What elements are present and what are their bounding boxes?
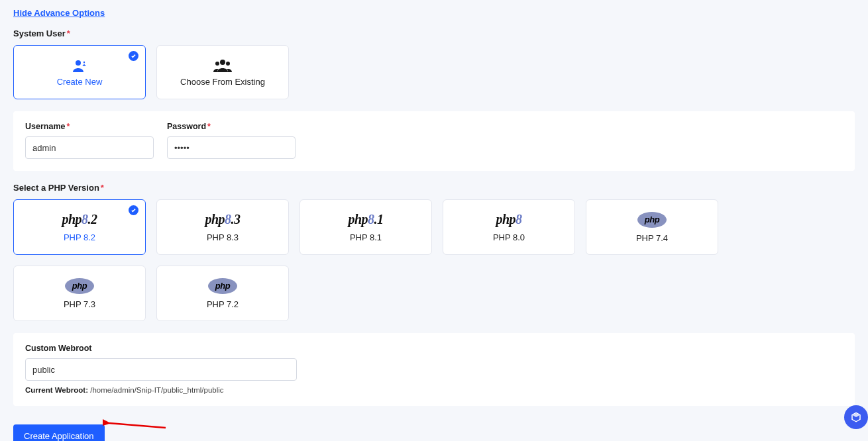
php-logo-icon: php8.2 (62, 212, 97, 227)
php-logo-icon: php (65, 278, 94, 294)
php-card-8-2[interactable]: php8.2 PHP 8.2 (13, 199, 146, 255)
create-new-card[interactable]: Create New (13, 45, 146, 99)
svg-point-4 (220, 60, 225, 65)
php-card-7-2[interactable]: php PHP 7.2 (156, 266, 289, 321)
password-input[interactable] (167, 136, 296, 159)
php-version-text: PHP 7.2 (207, 299, 239, 309)
system-user-label: System User* (13, 28, 855, 38)
php-version-text: PHP 8.0 (493, 232, 525, 242)
current-webroot-text: Current Webroot: /home/admin/Snip-IT/pub… (25, 386, 843, 394)
webroot-panel: Custom Webroot Current Webroot: /home/ad… (13, 333, 855, 406)
php-version-text: PHP 8.2 (64, 232, 95, 242)
webroot-label: Custom Webroot (25, 344, 843, 353)
svg-point-6 (226, 62, 230, 66)
php-version-text: PHP 8.3 (207, 232, 239, 242)
php-version-grid: php8.2 PHP 8.2 php8.3 PHP 8.3 php8.1 PHP… (13, 199, 855, 321)
username-input[interactable] (25, 136, 154, 159)
php-card-8-0[interactable]: php8 PHP 8.0 (443, 199, 575, 255)
svg-point-5 (215, 62, 219, 66)
webroot-input[interactable] (25, 358, 297, 381)
php-logo-icon: php8.1 (348, 212, 383, 227)
choose-existing-label: Choose From Existing (180, 77, 265, 87)
help-fab[interactable] (844, 405, 868, 429)
php-card-8-1[interactable]: php8.1 PHP 8.1 (299, 199, 432, 255)
users-group-icon (213, 58, 232, 73)
svg-point-0 (76, 60, 81, 66)
php-card-7-4[interactable]: php PHP 7.4 (586, 199, 718, 255)
hide-advance-link[interactable]: Hide Advance Options (13, 8, 105, 18)
check-icon (129, 51, 138, 61)
check-icon (129, 205, 138, 215)
svg-point-1 (83, 61, 85, 62)
php-logo-icon: php8 (496, 212, 521, 227)
php-version-text: PHP 7.4 (636, 233, 668, 243)
php-logo-icon: php (637, 212, 667, 228)
php-card-7-3[interactable]: php PHP 7.3 (13, 266, 146, 321)
user-plus-icon (72, 58, 87, 73)
php-logo-icon: php (208, 278, 237, 294)
php-card-8-3[interactable]: php8.3 PHP 8.3 (156, 199, 289, 255)
php-logo-icon: php8.3 (205, 212, 240, 227)
cube-icon (850, 411, 862, 423)
credentials-panel: Username* Password* (13, 111, 855, 171)
create-new-label: Create New (57, 77, 103, 87)
svg-rect-3 (83, 65, 85, 66)
password-label: Password* (167, 122, 296, 131)
php-version-text: PHP 8.1 (350, 232, 382, 242)
username-label: Username* (25, 122, 154, 131)
choose-existing-card[interactable]: Choose From Existing (156, 45, 289, 99)
create-application-button[interactable]: Create Application (13, 424, 105, 441)
php-version-label: Select a PHP Version* (13, 183, 855, 193)
php-version-text: PHP 7.3 (64, 299, 95, 309)
